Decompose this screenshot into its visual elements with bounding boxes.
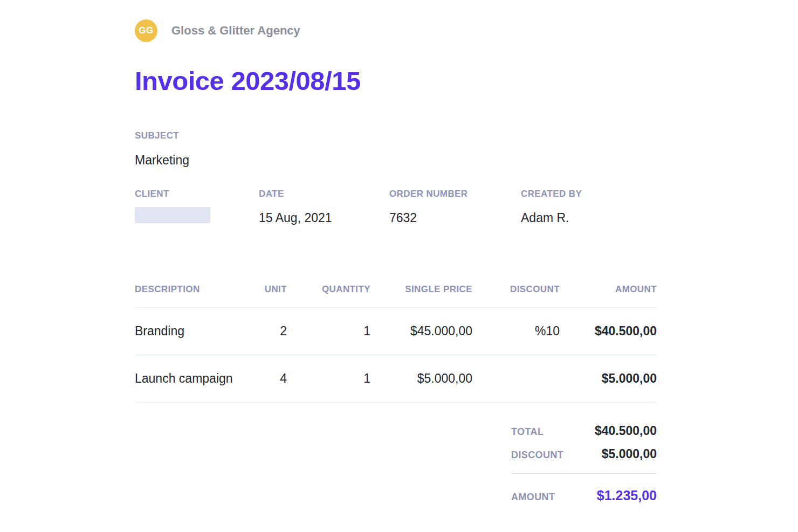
totals-section: TOTAL $40.500,00 DISCOUNT $5.000,00 AMOU… bbox=[511, 424, 657, 503]
brand-header: GG Gloss & Glitter Agency bbox=[135, 19, 300, 42]
total-value: $40.500,00 bbox=[595, 424, 657, 438]
cell-description: Launch campaign bbox=[135, 371, 256, 386]
cell-amount: $40.500,00 bbox=[560, 324, 657, 338]
totals-amount-row: AMOUNT $1.235,00 bbox=[511, 488, 657, 503]
company-name: Gloss & Glitter Agency bbox=[171, 24, 300, 38]
date-value: 15 Aug, 2021 bbox=[259, 211, 389, 225]
header-description: DESCRIPTION bbox=[135, 284, 256, 295]
created-by-label: CREATED BY bbox=[521, 189, 656, 199]
client-value-placeholder bbox=[135, 207, 210, 223]
client-label: CLIENT bbox=[135, 189, 259, 199]
subject-label: SUBJECT bbox=[135, 130, 189, 141]
totals-divider bbox=[511, 473, 657, 474]
amount-label: AMOUNT bbox=[511, 492, 555, 503]
cell-discount: %10 bbox=[472, 324, 560, 338]
date-label: DATE bbox=[259, 189, 389, 199]
header-single-price: SINGLE PRICE bbox=[370, 284, 472, 295]
cell-quantity: 1 bbox=[287, 324, 370, 338]
order-number-value: 7632 bbox=[389, 211, 521, 225]
cell-quantity: 1 bbox=[287, 371, 370, 386]
discount-value: $5.000,00 bbox=[602, 447, 657, 461]
total-label: TOTAL bbox=[511, 426, 544, 438]
cell-description: Branding bbox=[135, 324, 256, 338]
subject-value: Marketing bbox=[135, 153, 189, 168]
cell-single-price: $5.000,00 bbox=[370, 371, 472, 386]
header-unit: UNIT bbox=[256, 284, 287, 295]
order-number-label: ORDER NUMBER bbox=[389, 189, 521, 199]
cell-unit: 4 bbox=[256, 371, 287, 386]
table-header-row: DESCRIPTION UNIT QUANTITY SINGLE PRICE D… bbox=[135, 284, 657, 308]
line-items-table: DESCRIPTION UNIT QUANTITY SINGLE PRICE D… bbox=[135, 284, 657, 403]
created-by-value: Adam R. bbox=[521, 211, 656, 225]
meta-created-by: CREATED BY Adam R. bbox=[521, 189, 656, 225]
meta-date: DATE 15 Aug, 2021 bbox=[259, 189, 389, 225]
amount-value: $1.235,00 bbox=[597, 488, 657, 503]
meta-order-number: ORDER NUMBER 7632 bbox=[389, 189, 521, 225]
subject-block: SUBJECT Marketing bbox=[135, 130, 189, 168]
cell-amount: $5.000,00 bbox=[560, 371, 657, 386]
discount-label: DISCOUNT bbox=[511, 450, 563, 461]
invoice-page: GG Gloss & Glitter Agency Invoice 2023/0… bbox=[0, 0, 798, 532]
company-logo-icon: GG bbox=[135, 19, 157, 42]
totals-total-row: TOTAL $40.500,00 bbox=[511, 424, 657, 438]
cell-single-price: $45.000,00 bbox=[370, 324, 472, 338]
header-quantity: QUANTITY bbox=[287, 284, 370, 295]
invoice-title: Invoice 2023/08/15 bbox=[135, 66, 361, 96]
table-row: Launch campaign 4 1 $5.000,00 $5.000,00 bbox=[135, 355, 657, 403]
table-row: Branding 2 1 $45.000,00 %10 $40.500,00 bbox=[135, 308, 657, 355]
invoice-meta-row: CLIENT DATE 15 Aug, 2021 ORDER NUMBER 76… bbox=[135, 189, 656, 225]
header-amount: AMOUNT bbox=[560, 284, 657, 295]
totals-discount-row: DISCOUNT $5.000,00 bbox=[511, 447, 657, 461]
meta-client: CLIENT bbox=[135, 189, 259, 225]
company-logo-initials: GG bbox=[139, 25, 153, 36]
header-discount: DISCOUNT bbox=[472, 284, 560, 295]
cell-unit: 2 bbox=[256, 324, 287, 338]
